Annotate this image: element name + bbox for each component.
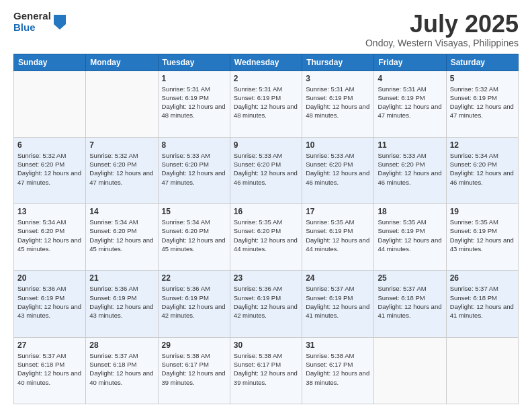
day-number: 25 [378,273,442,283]
day-number: 17 [306,207,370,216]
day-info: Sunrise: 5:35 AMSunset: 6:19 PMDaylight:… [378,218,442,253]
day-info: Sunrise: 5:37 AMSunset: 6:18 PMDaylight:… [378,284,442,320]
subtitle: Ondoy, Western Visayas, Philippines [365,38,519,48]
weekday-header: Saturday [446,54,518,71]
day-info: Sunrise: 5:35 AMSunset: 6:20 PMDaylight:… [234,218,298,253]
calendar-cell: 30Sunrise: 5:38 AMSunset: 6:17 PMDayligh… [230,337,302,404]
calendar-cell: 10Sunrise: 5:33 AMSunset: 6:20 PMDayligh… [302,137,374,203]
day-number: 23 [234,273,298,283]
day-info: Sunrise: 5:31 AMSunset: 6:19 PMDaylight:… [378,85,442,120]
day-info: Sunrise: 5:33 AMSunset: 6:20 PMDaylight:… [162,151,226,187]
header: General Blue July 2025 Ondoy, Western Vi… [13,11,519,48]
calendar-cell: 9Sunrise: 5:33 AMSunset: 6:20 PMDaylight… [230,137,302,203]
calendar-cell: 18Sunrise: 5:35 AMSunset: 6:19 PMDayligh… [374,204,446,271]
day-info: Sunrise: 5:31 AMSunset: 6:19 PMDaylight:… [162,85,226,120]
calendar-body: 1Sunrise: 5:31 AMSunset: 6:19 PMDaylight… [14,71,519,404]
calendar-cell: 12Sunrise: 5:34 AMSunset: 6:20 PMDayligh… [446,137,518,203]
day-number: 6 [17,140,82,150]
calendar-cell: 22Sunrise: 5:36 AMSunset: 6:19 PMDayligh… [158,271,230,337]
day-info: Sunrise: 5:34 AMSunset: 6:20 PMDaylight:… [89,218,154,253]
main-title: July 2025 [365,11,519,38]
day-number: 11 [378,140,442,150]
calendar-cell: 23Sunrise: 5:36 AMSunset: 6:19 PMDayligh… [230,271,302,337]
day-number: 30 [234,340,298,350]
calendar-header: SundayMondayTuesdayWednesdayThursdayFrid… [14,54,519,71]
day-number: 21 [89,273,154,283]
day-info: Sunrise: 5:37 AMSunset: 6:18 PMDaylight:… [89,351,154,387]
day-number: 12 [450,140,515,150]
calendar-cell: 31Sunrise: 5:38 AMSunset: 6:17 PMDayligh… [302,337,374,404]
calendar-cell: 6Sunrise: 5:32 AMSunset: 6:20 PMDaylight… [14,137,86,203]
calendar-cell [14,71,86,137]
calendar-cell [374,337,446,404]
day-info: Sunrise: 5:31 AMSunset: 6:19 PMDaylight:… [234,85,298,120]
calendar-cell: 5Sunrise: 5:32 AMSunset: 6:19 PMDaylight… [446,71,518,137]
day-info: Sunrise: 5:32 AMSunset: 6:20 PMDaylight:… [17,151,82,187]
day-number: 20 [17,273,82,283]
day-info: Sunrise: 5:33 AMSunset: 6:20 PMDaylight:… [306,151,370,187]
day-info: Sunrise: 5:38 AMSunset: 6:17 PMDaylight:… [306,351,370,387]
day-number: 26 [450,273,515,283]
weekday-header: Friday [374,54,446,71]
calendar-cell: 1Sunrise: 5:31 AMSunset: 6:19 PMDaylight… [158,71,230,137]
calendar-cell: 24Sunrise: 5:37 AMSunset: 6:19 PMDayligh… [302,271,374,337]
day-info: Sunrise: 5:36 AMSunset: 6:19 PMDaylight:… [234,284,298,320]
day-info: Sunrise: 5:32 AMSunset: 6:19 PMDaylight:… [450,85,515,120]
calendar-cell: 3Sunrise: 5:31 AMSunset: 6:19 PMDaylight… [302,71,374,137]
logo-blue: Blue [13,22,51,34]
calendar-cell: 16Sunrise: 5:35 AMSunset: 6:20 PMDayligh… [230,204,302,271]
day-number: 22 [162,273,226,283]
calendar-cell: 28Sunrise: 5:37 AMSunset: 6:18 PMDayligh… [86,337,158,404]
day-info: Sunrise: 5:34 AMSunset: 6:20 PMDaylight:… [450,151,515,187]
day-number: 4 [378,74,442,83]
logo-text: General Blue [13,11,51,33]
logo-general: General [13,11,51,22]
day-number: 31 [306,340,370,350]
calendar-cell: 14Sunrise: 5:34 AMSunset: 6:20 PMDayligh… [86,204,158,271]
day-info: Sunrise: 5:36 AMSunset: 6:19 PMDaylight:… [89,284,154,320]
day-info: Sunrise: 5:32 AMSunset: 6:20 PMDaylight:… [89,151,154,187]
day-number: 16 [234,207,298,216]
day-number: 10 [306,140,370,150]
calendar-cell: 7Sunrise: 5:32 AMSunset: 6:20 PMDaylight… [86,137,158,203]
calendar-cell: 13Sunrise: 5:34 AMSunset: 6:20 PMDayligh… [14,204,86,271]
calendar-cell: 21Sunrise: 5:36 AMSunset: 6:19 PMDayligh… [86,271,158,337]
calendar-cell: 19Sunrise: 5:35 AMSunset: 6:19 PMDayligh… [446,204,518,271]
day-info: Sunrise: 5:34 AMSunset: 6:20 PMDaylight:… [162,218,226,253]
calendar-cell: 8Sunrise: 5:33 AMSunset: 6:20 PMDaylight… [158,137,230,203]
title-block: July 2025 Ondoy, Western Visayas, Philip… [365,11,519,48]
day-info: Sunrise: 5:37 AMSunset: 6:19 PMDaylight:… [306,284,370,320]
day-info: Sunrise: 5:35 AMSunset: 6:19 PMDaylight:… [450,218,515,253]
day-info: Sunrise: 5:33 AMSunset: 6:20 PMDaylight:… [234,151,298,187]
weekday-header: Sunday [14,54,86,71]
day-number: 7 [89,140,154,150]
day-info: Sunrise: 5:36 AMSunset: 6:19 PMDaylight:… [17,284,82,320]
calendar-cell [86,71,158,137]
calendar-week-row: 1Sunrise: 5:31 AMSunset: 6:19 PMDaylight… [14,71,519,137]
day-number: 2 [234,74,298,83]
logo: General Blue [13,11,66,33]
calendar-week-row: 20Sunrise: 5:36 AMSunset: 6:19 PMDayligh… [14,271,519,337]
day-info: Sunrise: 5:31 AMSunset: 6:19 PMDaylight:… [306,85,370,120]
day-number: 8 [162,140,226,150]
page: General Blue July 2025 Ondoy, Western Vi… [0,0,532,411]
day-number: 29 [162,340,226,350]
calendar-cell: 25Sunrise: 5:37 AMSunset: 6:18 PMDayligh… [374,271,446,337]
day-info: Sunrise: 5:38 AMSunset: 6:17 PMDaylight:… [162,351,226,387]
day-info: Sunrise: 5:33 AMSunset: 6:20 PMDaylight:… [378,151,442,187]
day-number: 19 [450,207,515,216]
calendar-cell: 4Sunrise: 5:31 AMSunset: 6:19 PMDaylight… [374,71,446,137]
day-number: 3 [306,74,370,83]
day-number: 14 [89,207,154,216]
calendar-cell [446,337,518,404]
day-number: 9 [234,140,298,150]
day-info: Sunrise: 5:34 AMSunset: 6:20 PMDaylight:… [17,218,82,253]
day-number: 1 [162,74,226,83]
calendar-table: SundayMondayTuesdayWednesdayThursdayFrid… [13,54,519,404]
calendar-cell: 27Sunrise: 5:37 AMSunset: 6:18 PMDayligh… [14,337,86,404]
calendar-week-row: 27Sunrise: 5:37 AMSunset: 6:18 PMDayligh… [14,337,519,404]
weekday-header: Thursday [302,54,374,71]
calendar-cell: 2Sunrise: 5:31 AMSunset: 6:19 PMDaylight… [230,71,302,137]
calendar-cell: 26Sunrise: 5:37 AMSunset: 6:18 PMDayligh… [446,271,518,337]
day-number: 13 [17,207,82,216]
